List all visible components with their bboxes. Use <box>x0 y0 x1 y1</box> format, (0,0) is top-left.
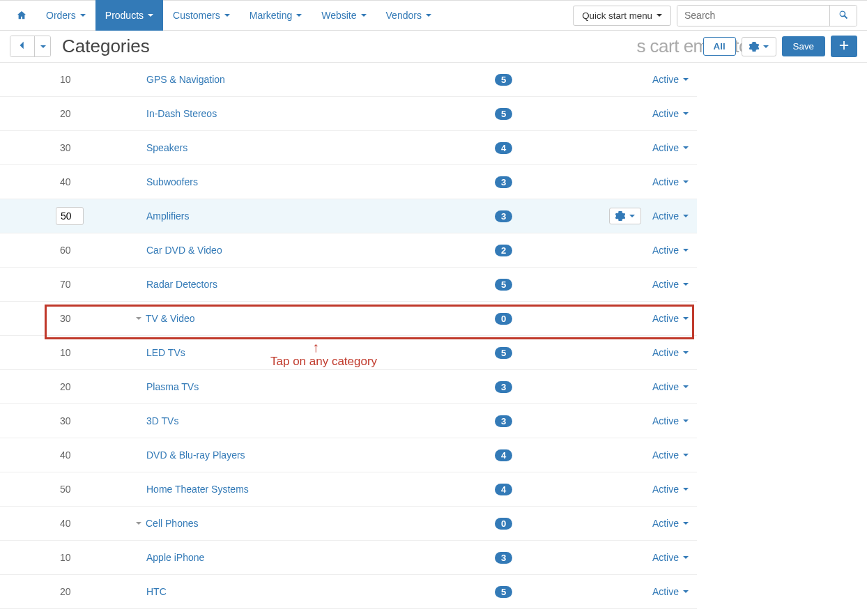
count-badge[interactable]: 2 <box>495 245 512 256</box>
status-text: Active <box>652 245 679 256</box>
category-name-link[interactable]: GPS & Navigation <box>112 74 495 85</box>
count-badge[interactable]: 5 <box>495 586 512 598</box>
category-name-link[interactable]: TV & Video <box>112 313 495 324</box>
position-cell[interactable]: 60 <box>14 245 112 256</box>
gear-icon <box>749 42 759 52</box>
row-settings-button[interactable] <box>609 208 641 224</box>
settings-button[interactable] <box>742 37 776 56</box>
save-button[interactable]: Save <box>782 36 825 56</box>
status-dropdown[interactable]: Active <box>648 74 697 85</box>
category-name-text: Home Theater Systems <box>146 484 249 495</box>
count-badge[interactable]: 5 <box>495 347 512 359</box>
count-badge[interactable]: 4 <box>495 142 512 154</box>
quick-start-button[interactable]: Quick start menu <box>573 6 671 26</box>
position-input[interactable] <box>56 207 84 225</box>
category-name-link[interactable]: 3D TVs <box>112 415 495 426</box>
count-cell: 0 <box>495 518 592 530</box>
count-badge[interactable]: 0 <box>495 518 512 530</box>
position-cell[interactable]: 70 <box>14 279 112 290</box>
position-cell[interactable]: 10 <box>14 74 112 85</box>
nav-customers[interactable]: Customers <box>163 0 240 31</box>
nav-website[interactable]: Website <box>312 0 376 31</box>
category-name-link[interactable]: In-Dash Stereos <box>112 108 495 119</box>
count-cell: 0 <box>495 313 592 325</box>
status-dropdown[interactable]: Active <box>648 484 697 495</box>
category-name-text: GPS & Navigation <box>146 74 225 85</box>
all-button[interactable]: All <box>703 37 736 56</box>
category-name-link[interactable]: Speakers <box>112 142 495 153</box>
status-dropdown[interactable]: Active <box>648 381 697 392</box>
nav-products[interactable]: Products <box>95 0 163 31</box>
position-cell[interactable]: 40 <box>14 518 112 529</box>
position-cell[interactable]: 50 <box>14 484 112 495</box>
count-badge[interactable]: 5 <box>495 108 512 120</box>
status-dropdown[interactable]: Active <box>648 552 697 563</box>
status-text: Active <box>652 586 679 597</box>
status-dropdown[interactable]: Active <box>648 518 697 529</box>
status-dropdown[interactable]: Active <box>648 347 697 358</box>
category-row: Amplifiers3Active <box>0 199 697 233</box>
status-dropdown[interactable]: Active <box>648 176 697 187</box>
caret-icon <box>683 419 689 422</box>
back-dropdown-button[interactable] <box>34 36 50 56</box>
count-badge[interactable]: 3 <box>495 210 512 222</box>
position-cell[interactable]: 10 <box>14 552 112 563</box>
category-name-link[interactable]: Subwoofers <box>112 176 495 187</box>
category-name-link[interactable]: Home Theater Systems <box>112 484 495 495</box>
count-badge[interactable]: 3 <box>495 552 512 564</box>
category-name-link[interactable]: HTC <box>112 586 495 597</box>
status-dropdown[interactable]: Active <box>648 210 697 222</box>
status-dropdown[interactable]: Active <box>648 245 697 256</box>
caret-icon <box>426 14 431 17</box>
category-name-link[interactable]: Radar Detectors <box>112 279 495 290</box>
add-button[interactable] <box>831 36 857 57</box>
category-name-link[interactable]: Amplifiers <box>112 210 495 222</box>
status-dropdown[interactable]: Active <box>648 279 697 290</box>
status-text: Active <box>652 552 679 563</box>
caret-icon <box>683 488 689 491</box>
category-name-link[interactable]: Plasma TVs <box>112 381 495 392</box>
status-dropdown[interactable]: Active <box>648 108 697 119</box>
count-cell: 4 <box>495 484 592 495</box>
count-badge[interactable]: 4 <box>495 449 512 461</box>
caret-icon <box>683 317 689 320</box>
nav-vendors[interactable]: Vendors <box>376 0 441 31</box>
count-badge[interactable]: 5 <box>495 279 512 291</box>
position-cell[interactable]: 40 <box>14 176 112 187</box>
status-dropdown[interactable]: Active <box>648 313 697 324</box>
count-badge[interactable]: 5 <box>495 74 512 86</box>
back-button[interactable] <box>10 36 34 56</box>
count-badge[interactable]: 3 <box>495 176 512 188</box>
status-dropdown[interactable]: Active <box>648 415 697 426</box>
position-cell[interactable]: 20 <box>14 108 112 119</box>
category-row: 20HTC5Active <box>0 575 697 609</box>
count-badge[interactable]: 3 <box>495 415 512 427</box>
category-name-link[interactable]: Cell Phones <box>112 518 495 529</box>
caret-icon <box>683 112 689 115</box>
category-name-link[interactable]: Car DVD & Video <box>112 245 495 256</box>
category-name-text: Speakers <box>146 142 187 153</box>
category-name-link[interactable]: DVD & Blu-ray Players <box>112 449 495 461</box>
status-dropdown[interactable]: Active <box>648 449 697 461</box>
position-cell[interactable]: 30 <box>14 313 112 324</box>
position-cell[interactable]: 20 <box>14 586 112 597</box>
position-cell[interactable]: 30 <box>14 142 112 153</box>
status-dropdown[interactable]: Active <box>648 586 697 597</box>
status-dropdown[interactable]: Active <box>648 142 697 153</box>
nav-home[interactable] <box>7 0 36 31</box>
nav-orders[interactable]: Orders <box>36 0 95 31</box>
search-button[interactable] <box>829 6 857 26</box>
position-cell[interactable]: 40 <box>14 449 112 461</box>
category-name-link[interactable]: Apple iPhone <box>112 552 495 563</box>
count-badge[interactable]: 3 <box>495 381 512 393</box>
nav-marketing[interactable]: Marketing <box>240 0 312 31</box>
annotation-arrow: ↑ <box>312 339 319 355</box>
count-badge[interactable]: 0 <box>495 313 512 325</box>
search-input[interactable] <box>677 6 829 26</box>
count-badge[interactable]: 4 <box>495 484 512 495</box>
position-cell[interactable]: 30 <box>14 415 112 426</box>
category-row: 40Subwoofers3Active <box>0 165 697 199</box>
position-cell[interactable]: 10 <box>14 347 112 358</box>
category-row: 50Home Theater Systems4Active <box>0 472 697 507</box>
position-cell[interactable]: 20 <box>14 381 112 392</box>
